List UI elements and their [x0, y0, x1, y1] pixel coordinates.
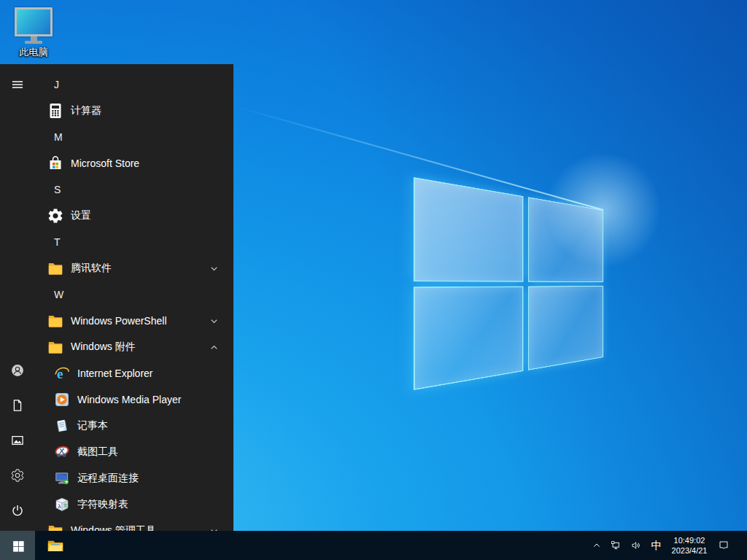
wmp-icon — [53, 391, 71, 408]
folder-icon — [47, 312, 64, 330]
store-icon — [47, 155, 64, 172]
ime-indicator[interactable]: 中 — [648, 531, 665, 560]
item-label: 计算器 — [71, 104, 101, 117]
start-menu-rail — [0, 64, 35, 531]
file-explorer-icon — [46, 536, 65, 555]
start-menu-item[interactable]: Windows 管理工具 — [35, 518, 233, 531]
volume-icon — [630, 540, 642, 551]
documents-button[interactable] — [0, 388, 35, 423]
chevron-down-icon — [209, 264, 219, 273]
start-menu-rail-bottom — [0, 353, 35, 528]
section-letter-label: T — [54, 236, 61, 248]
item-label: Microsoft Store — [71, 158, 139, 169]
chevron-up-icon — [209, 343, 219, 352]
gear-outline-icon — [10, 468, 25, 483]
action-center-icon — [718, 540, 729, 551]
pictures-icon — [10, 433, 25, 448]
desktop-icon-this-pc[interactable]: 此电脑 — [9, 7, 58, 59]
document-icon — [10, 398, 25, 413]
start-menu-item[interactable]: Windows PowerShell — [35, 308, 233, 334]
svg-text:文: 文 — [63, 502, 68, 508]
start-menu-item[interactable]: 截图工具 — [35, 439, 233, 465]
item-label: 截图工具 — [77, 446, 118, 459]
settings-button[interactable] — [0, 458, 35, 493]
item-label: Internet Explorer — [77, 368, 153, 379]
gear-icon — [47, 207, 64, 225]
item-label: Windows 附件 — [71, 341, 136, 354]
user-icon — [10, 363, 25, 378]
power-button[interactable] — [0, 493, 35, 528]
item-label: Windows 管理工具 — [71, 524, 156, 531]
start-menu-item[interactable]: eInternet Explorer — [35, 360, 233, 386]
start-menu-expand-button[interactable] — [0, 67, 35, 102]
windows-logo-pane — [528, 286, 603, 370]
start-menu-item[interactable]: Windows Media Player — [35, 386, 233, 413]
tray-overflow-button[interactable] — [589, 531, 604, 560]
chevron-up-icon — [591, 540, 603, 551]
desktop: 此电脑 J计算器MMicrosoft StoreS设置T腾讯软件WWindows… — [0, 0, 747, 560]
calculator-icon — [47, 102, 64, 120]
start-menu-item[interactable]: 计算器 — [35, 98, 233, 124]
start-menu-item[interactable]: 腾讯软件 — [35, 255, 233, 281]
chevron-down-icon — [209, 316, 219, 326]
folder-icon — [47, 522, 64, 531]
start-menu-item[interactable]: λ文字符映射表 — [35, 491, 233, 518]
item-label: 设置 — [71, 209, 91, 222]
hamburger-icon — [10, 77, 25, 92]
user-account-button[interactable] — [0, 353, 35, 388]
taskbar: 中 10:49:02 2023/4/21 — [0, 531, 747, 560]
section-letter-M[interactable]: M — [35, 124, 233, 150]
start-menu-item[interactable]: 设置 — [35, 203, 233, 229]
section-letter-label: M — [54, 131, 63, 143]
rdp-icon — [53, 470, 71, 487]
this-pc-icon-base — [25, 41, 42, 44]
power-icon — [10, 503, 25, 518]
item-label: 记事本 — [77, 419, 108, 432]
section-letter-T[interactable]: T — [35, 229, 233, 255]
network-icon — [610, 540, 622, 551]
windows-start-icon — [12, 540, 24, 552]
clock-time: 10:49:02 — [674, 535, 705, 545]
action-center-button[interactable] — [713, 531, 734, 560]
folder-icon — [47, 338, 64, 356]
desktop-icon-label: 此电脑 — [9, 46, 58, 59]
section-letter-label: S — [54, 184, 61, 195]
item-label: 腾讯软件 — [71, 262, 112, 275]
start-menu-app-list: J计算器MMicrosoft StoreS设置T腾讯软件WWindows Pow… — [35, 71, 233, 531]
windows-logo — [414, 177, 603, 390]
start-menu-item[interactable]: 远程桌面连接 — [35, 465, 233, 491]
section-letter-W[interactable]: W — [35, 281, 233, 308]
item-label: 字符映射表 — [77, 498, 128, 511]
clock-date: 2023/4/21 — [672, 545, 708, 556]
notepad-icon — [53, 417, 71, 435]
windows-logo-pane — [414, 286, 524, 390]
section-letter-label: J — [54, 79, 59, 90]
item-label: 远程桌面连接 — [77, 472, 139, 485]
pictures-button[interactable] — [0, 423, 35, 458]
windows-logo-pane — [528, 197, 603, 281]
start-menu-item[interactable]: 记事本 — [35, 413, 233, 439]
start-button[interactable] — [0, 531, 35, 560]
item-label: Windows Media Player — [77, 394, 181, 405]
volume-button[interactable] — [627, 531, 645, 560]
network-button[interactable] — [607, 531, 624, 560]
folder-icon — [47, 260, 64, 277]
snipping-icon — [53, 443, 71, 461]
start-menu-item[interactable]: Windows 附件 — [35, 334, 233, 360]
section-letter-label: W — [54, 289, 63, 300]
this-pc-icon — [15, 7, 53, 36]
system-tray: 中 10:49:02 2023/4/21 — [589, 531, 747, 560]
taskbar-clock[interactable]: 10:49:02 2023/4/21 — [668, 531, 711, 560]
item-label: Windows PowerShell — [71, 315, 167, 327]
start-menu-item[interactable]: Microsoft Store — [35, 150, 233, 176]
section-letter-J[interactable]: J — [35, 71, 233, 98]
section-letter-S[interactable]: S — [35, 176, 233, 203]
start-menu: J计算器MMicrosoft StoreS设置T腾讯软件WWindows Pow… — [0, 64, 233, 531]
ie-icon: e — [53, 365, 71, 382]
file-explorer-button[interactable] — [38, 531, 73, 560]
charmap-icon: λ文 — [53, 496, 71, 513]
windows-logo-pane — [414, 177, 524, 281]
